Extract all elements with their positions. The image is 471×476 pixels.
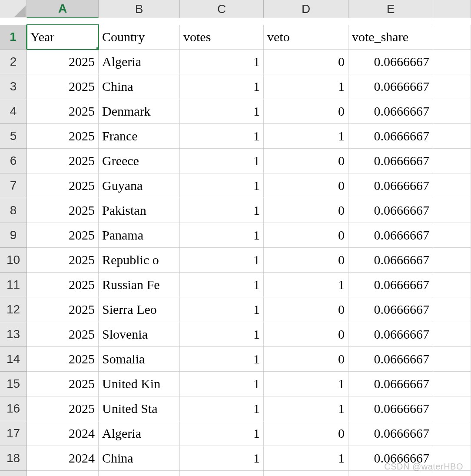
cell-A16[interactable]: 2025 (27, 396, 99, 421)
row-header-13[interactable]: 13 (0, 322, 27, 347)
row-header-17[interactable]: 17 (0, 421, 27, 446)
cell-E3[interactable]: 0.0666667 (348, 74, 433, 99)
cell-A3[interactable]: 2025 (27, 74, 99, 99)
cell-blank[interactable] (433, 124, 471, 149)
cell-D7[interactable]: 0 (264, 173, 348, 198)
cell-blank[interactable] (433, 471, 471, 476)
cell-E13[interactable]: 0.0666667 (348, 322, 433, 347)
cell-D14[interactable]: 0 (264, 347, 348, 372)
row-header-16[interactable]: 16 (0, 396, 27, 421)
cell-E5[interactable]: 0.0666667 (348, 124, 433, 149)
cell-blank[interactable] (433, 446, 471, 471)
cell-blank[interactable] (433, 223, 471, 248)
row-header-4[interactable]: 4 (0, 99, 27, 124)
cell-blank[interactable] (433, 347, 471, 372)
cell-A12[interactable]: 2025 (27, 297, 99, 322)
cell-B16[interactable]: United Sta (99, 396, 180, 421)
cell-B3[interactable]: China (99, 74, 180, 99)
cell-B13[interactable]: Slovenia (99, 322, 180, 347)
cell-B14[interactable]: Somalia (99, 347, 180, 372)
cell-C6[interactable]: 1 (180, 149, 264, 173)
cell-E18[interactable]: 0.0666667 (348, 446, 433, 471)
cell-A5[interactable]: 2025 (27, 124, 99, 149)
cell-A7[interactable]: 2025 (27, 173, 99, 198)
cell-B12[interactable]: Sierra Leo (99, 297, 180, 322)
cell-blank[interactable] (433, 50, 471, 74)
cell-B5[interactable]: France (99, 124, 180, 149)
cell-B11[interactable]: Russian Fe (99, 273, 180, 297)
cell-blank[interactable] (433, 25, 471, 50)
cell-D10[interactable]: 0 (264, 248, 348, 273)
cell-A2[interactable]: 2025 (27, 50, 99, 74)
cell-C2[interactable]: 1 (180, 50, 264, 74)
column-header-E[interactable]: E (348, 0, 433, 18)
column-header-C[interactable]: C (180, 0, 264, 18)
row-header-10[interactable]: 10 (0, 248, 27, 273)
cell-E15[interactable]: 0.0666667 (348, 372, 433, 396)
cell-D6[interactable]: 0 (264, 149, 348, 173)
cell-D16[interactable]: 1 (264, 396, 348, 421)
cell-A13[interactable]: 2025 (27, 322, 99, 347)
cell-C10[interactable]: 1 (180, 248, 264, 273)
cell-E1[interactable]: vote_share (348, 25, 433, 50)
cell-B2[interactable]: Algeria (99, 50, 180, 74)
cell-C13[interactable]: 1 (180, 322, 264, 347)
column-header-A[interactable]: A (27, 0, 99, 18)
cell-E4[interactable]: 0.0666667 (348, 99, 433, 124)
cell-C1[interactable]: votes (180, 25, 264, 50)
row-header-11[interactable]: 11 (0, 273, 27, 297)
cell-C4[interactable]: 1 (180, 99, 264, 124)
cell-D13[interactable]: 0 (264, 322, 348, 347)
row-header-8[interactable]: 8 (0, 198, 27, 223)
cell-blank[interactable] (433, 173, 471, 198)
cell-D12[interactable]: 0 (264, 297, 348, 322)
cell-A19[interactable]: 2024 (27, 471, 99, 476)
row-header-9[interactable]: 9 (0, 223, 27, 248)
cell-E16[interactable]: 0.0666667 (348, 396, 433, 421)
cell-D3[interactable]: 1 (264, 74, 348, 99)
cell-B4[interactable]: Denmark (99, 99, 180, 124)
cell-C5[interactable]: 1 (180, 124, 264, 149)
cell-D1[interactable]: veto (264, 25, 348, 50)
cell-A14[interactable]: 2025 (27, 347, 99, 372)
cell-blank[interactable] (433, 74, 471, 99)
cell-blank[interactable] (433, 273, 471, 297)
cell-blank[interactable] (433, 149, 471, 173)
cell-C3[interactable]: 1 (180, 74, 264, 99)
column-header-D[interactable]: D (264, 0, 348, 18)
row-header-2[interactable]: 2 (0, 50, 27, 74)
cell-D9[interactable]: 0 (264, 223, 348, 248)
cell-A6[interactable]: 2025 (27, 149, 99, 173)
cell-blank[interactable] (433, 297, 471, 322)
cell-C18[interactable]: 1 (180, 446, 264, 471)
cell-E9[interactable]: 0.0666667 (348, 223, 433, 248)
cell-E6[interactable]: 0.0666667 (348, 149, 433, 173)
row-header-14[interactable]: 14 (0, 347, 27, 372)
cell-D8[interactable]: 0 (264, 198, 348, 223)
cell-B8[interactable]: Pakistan (99, 198, 180, 223)
fill-handle[interactable] (96, 47, 99, 50)
row-header-12[interactable]: 12 (0, 297, 27, 322)
cell-C9[interactable]: 1 (180, 223, 264, 248)
cell-E14[interactable]: 0.0666667 (348, 347, 433, 372)
select-all-corner[interactable] (0, 0, 27, 18)
cell-C15[interactable]: 1 (180, 372, 264, 396)
cell-E19[interactable]: 0.0666667 (348, 471, 433, 476)
cell-B10[interactable]: Republic o (99, 248, 180, 273)
row-header-6[interactable]: 6 (0, 149, 27, 173)
cell-B18[interactable]: China (99, 446, 180, 471)
cell-E11[interactable]: 0.0666667 (348, 273, 433, 297)
cell-E10[interactable]: 0.0666667 (348, 248, 433, 273)
row-header-15[interactable]: 15 (0, 372, 27, 396)
cell-D18[interactable]: 1 (264, 446, 348, 471)
cell-D2[interactable]: 0 (264, 50, 348, 74)
cell-blank[interactable] (433, 198, 471, 223)
row-header-3[interactable]: 3 (0, 74, 27, 99)
cell-C16[interactable]: 1 (180, 396, 264, 421)
cell-A9[interactable]: 2025 (27, 223, 99, 248)
cell-blank[interactable] (433, 322, 471, 347)
cell-B19[interactable]: Ecuador (99, 471, 180, 476)
cell-C11[interactable]: 1 (180, 273, 264, 297)
cell-A8[interactable]: 2025 (27, 198, 99, 223)
cell-D11[interactable]: 1 (264, 273, 348, 297)
